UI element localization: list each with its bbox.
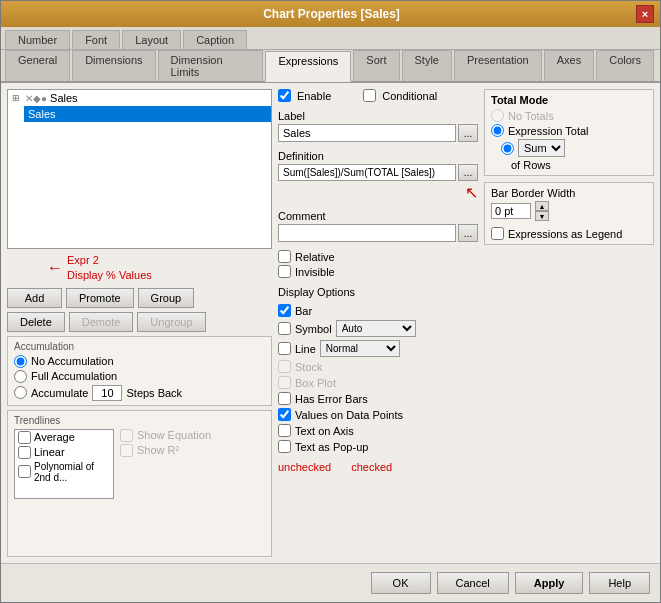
expressions-as-legend-checkbox[interactable] (491, 227, 504, 240)
tab-dimensions[interactable]: Dimensions (72, 50, 155, 81)
relative-row: Relative (278, 250, 478, 263)
definition-field-label: Definition (278, 150, 478, 162)
show-r2-row: Show R² (120, 444, 211, 457)
tab-expressions[interactable]: Expressions (265, 51, 351, 82)
sum-radio[interactable] (501, 142, 514, 155)
cancel-button[interactable]: Cancel (437, 572, 509, 594)
close-button[interactable]: × (636, 5, 654, 23)
tab-presentation[interactable]: Presentation (454, 50, 542, 81)
label-input[interactable] (278, 124, 456, 142)
text-as-popup-row: Text as Pop-up (278, 440, 416, 453)
label-input-row: ... (278, 124, 478, 142)
tree-item-sales-child[interactable]: Sales (24, 106, 271, 122)
demote-button[interactable]: Demote (69, 312, 134, 332)
sum-select[interactable]: Sum (518, 139, 565, 157)
tab-dimension-limits[interactable]: Dimension Limits (158, 50, 264, 81)
accumulate-radio[interactable] (14, 386, 27, 399)
definition-field-row: Definition ... ↖ (278, 150, 478, 202)
bottom-tab-bar: General Dimensions Dimension Limits Expr… (1, 50, 660, 83)
line-checkbox[interactable] (278, 342, 291, 355)
tab-layout[interactable]: Layout (122, 30, 181, 49)
top-tab-bar: Number Font Layout Caption (1, 27, 660, 50)
no-accumulation-radio[interactable] (14, 355, 27, 368)
invisible-row: Invisible (278, 265, 478, 278)
show-equation-check[interactable] (120, 429, 133, 442)
window-title: Chart Properties [Sales] (27, 7, 636, 21)
definition-input[interactable] (278, 164, 456, 181)
bar-border-down-button[interactable]: ▼ (535, 211, 549, 221)
trendline-average-label: Average (34, 431, 75, 443)
enable-conditional-row: Enable Conditional (278, 89, 478, 102)
trendline-linear[interactable]: Linear (15, 445, 113, 460)
comment-expand-button[interactable]: ... (458, 224, 478, 242)
expand-icon: ⊞ (12, 93, 22, 103)
content-area: ⊞ ✕◆● Sales Sales ← Expr 2 Display % Val… (1, 83, 660, 563)
trendline-linear-check[interactable] (18, 446, 31, 459)
ok-button[interactable]: OK (371, 572, 431, 594)
of-rows-label: of Rows (511, 159, 647, 171)
definition-expand-button[interactable]: ... (458, 164, 478, 181)
comment-input-row: ... (278, 224, 478, 242)
trendline-polynomial-check[interactable] (18, 465, 31, 478)
tab-caption[interactable]: Caption (183, 30, 247, 49)
tab-colors[interactable]: Colors (596, 50, 654, 81)
full-accumulation-radio[interactable] (14, 370, 27, 383)
expressions-as-legend-label: Expressions as Legend (508, 228, 622, 240)
accumulate-row: Accumulate Steps Back (14, 385, 265, 401)
symbol-select[interactable]: Auto (336, 320, 416, 337)
bar-border-up-button[interactable]: ▲ (535, 201, 549, 211)
stock-checkbox[interactable] (278, 360, 291, 373)
tab-sort[interactable]: Sort (353, 50, 399, 81)
text-on-axis-checkbox[interactable] (278, 424, 291, 437)
tab-font[interactable]: Font (72, 30, 120, 49)
delete-button[interactable]: Delete (7, 312, 65, 332)
tab-axes[interactable]: Axes (544, 50, 594, 81)
relative-label: Relative (295, 251, 335, 263)
has-error-bars-checkbox[interactable] (278, 392, 291, 405)
trendlines-list[interactable]: Average Linear Polynomial of 2nd d... (14, 429, 114, 499)
left-panel: ⊞ ✕◆● Sales Sales ← Expr 2 Display % Val… (7, 89, 272, 557)
tab-style[interactable]: Style (402, 50, 452, 81)
bar-border-input[interactable] (491, 203, 531, 219)
apply-button[interactable]: Apply (515, 572, 584, 594)
label-expand-button[interactable]: ... (458, 124, 478, 142)
tab-general[interactable]: General (5, 50, 70, 81)
symbol-checkbox[interactable] (278, 322, 291, 335)
tab-number[interactable]: Number (5, 30, 70, 49)
symbol-label: Symbol (295, 323, 332, 335)
text-as-popup-checkbox[interactable] (278, 440, 291, 453)
relative-checkbox[interactable] (278, 250, 291, 263)
full-accumulation-label: Full Accumulation (31, 370, 117, 382)
comment-field-label: Comment (278, 210, 478, 222)
values-on-data-points-checkbox[interactable] (278, 408, 291, 421)
definition-arrow-area: ↖ (278, 183, 478, 202)
trendlines-content: Average Linear Polynomial of 2nd d... (14, 429, 265, 499)
middle-panel: Enable Conditional Label ... Definition … (278, 89, 478, 557)
text-on-axis-row: Text on Axis (278, 424, 416, 437)
steps-back-input[interactable] (92, 385, 122, 401)
promote-button[interactable]: Promote (66, 288, 134, 308)
no-totals-radio[interactable] (491, 109, 504, 122)
trendline-polynomial[interactable]: Polynomial of 2nd d... (15, 460, 113, 484)
expressions-tree[interactable]: ⊞ ✕◆● Sales Sales (7, 89, 272, 249)
help-button[interactable]: Help (589, 572, 650, 594)
trendline-average[interactable]: Average (15, 430, 113, 445)
bar-checkbox[interactable] (278, 304, 291, 317)
tree-item-sales-parent[interactable]: ⊞ ✕◆● Sales (8, 90, 271, 106)
add-button[interactable]: Add (7, 288, 62, 308)
ungroup-button[interactable]: Ungroup (137, 312, 205, 332)
line-select[interactable]: Normal (320, 340, 400, 357)
trendline-average-check[interactable] (18, 431, 31, 444)
invisible-checkbox[interactable] (278, 265, 291, 278)
conditional-checkbox[interactable] (363, 89, 376, 102)
check-annotations: unchecked checked (278, 461, 478, 473)
sum-row: Sum (501, 139, 647, 157)
show-r2-check[interactable] (120, 444, 133, 457)
box-plot-checkbox[interactable] (278, 376, 291, 389)
group-button[interactable]: Group (138, 288, 195, 308)
enable-checkbox[interactable] (278, 89, 291, 102)
comment-input[interactable] (278, 224, 456, 242)
chart-properties-window: Chart Properties [Sales] × Number Font L… (0, 0, 661, 603)
expression-total-radio[interactable] (491, 124, 504, 137)
display-options-section: Display Options Bar Symbol Auto (278, 286, 478, 453)
